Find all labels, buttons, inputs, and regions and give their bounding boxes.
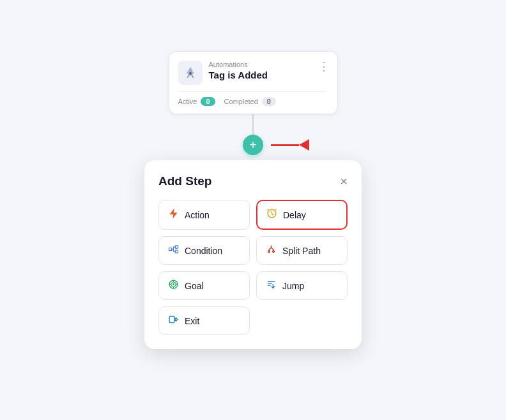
- add-step-dialog: Add Step × Action: [144, 160, 362, 349]
- canvas: Automations Tag is Added ⋮ Active 0 Comp…: [0, 0, 506, 420]
- trigger-card: Automations Tag is Added ⋮ Active 0 Comp…: [169, 51, 338, 114]
- action-icon: [168, 208, 179, 221]
- trigger-icon: [178, 61, 203, 85]
- red-arrow: [271, 139, 309, 151]
- arrow-head: [299, 139, 309, 151]
- svg-rect-2: [169, 248, 171, 250]
- step-grid: Action Delay: [158, 200, 348, 335]
- completed-stat: Completed 0: [224, 97, 276, 106]
- action-label: Action: [185, 210, 210, 220]
- dialog-title: Add Step: [158, 174, 211, 188]
- svg-point-9: [172, 283, 174, 285]
- split-path-icon: [266, 244, 277, 257]
- dialog-header: Add Step ×: [158, 174, 348, 188]
- svg-rect-10: [169, 317, 174, 323]
- trigger-title: Tag is Added: [209, 70, 326, 80]
- jump-icon: [266, 279, 277, 292]
- connector-line: [252, 114, 254, 135]
- step-action-button[interactable]: Action: [158, 200, 250, 230]
- step-exit-button[interactable]: Exit: [158, 306, 250, 335]
- svg-rect-3: [175, 246, 178, 248]
- svg-point-5: [268, 251, 270, 253]
- trigger-footer: Active 0 Completed 0: [178, 91, 326, 106]
- condition-icon: [168, 244, 179, 257]
- trigger-menu-icon[interactable]: ⋮: [318, 59, 330, 73]
- delay-icon: [266, 208, 277, 221]
- delay-label: Delay: [283, 210, 306, 220]
- step-jump-button[interactable]: Jump: [256, 271, 348, 300]
- active-count: 0: [201, 97, 215, 106]
- svg-rect-4: [175, 250, 178, 253]
- exit-label: Exit: [185, 316, 199, 326]
- condition-label: Condition: [185, 246, 222, 256]
- step-delay-button[interactable]: Delay: [256, 200, 348, 230]
- step-goal-button[interactable]: Goal: [158, 271, 250, 300]
- goal-icon: [168, 279, 179, 292]
- trigger-text: Automations Tag is Added: [209, 61, 326, 80]
- close-button[interactable]: ×: [340, 175, 348, 188]
- svg-point-6: [273, 251, 275, 253]
- plus-icon: +: [249, 139, 257, 151]
- exit-icon: [168, 314, 179, 327]
- svg-point-0: [189, 72, 192, 75]
- active-label: Active: [178, 98, 197, 105]
- completed-count: 0: [262, 97, 276, 106]
- step-split-path-button[interactable]: Split Path: [256, 236, 348, 265]
- arrow-line: [271, 144, 299, 146]
- trigger-header: Automations Tag is Added ⋮: [178, 61, 326, 85]
- add-step-button[interactable]: +: [243, 135, 263, 155]
- active-stat: Active 0: [178, 97, 215, 106]
- step-condition-button[interactable]: Condition: [158, 236, 250, 265]
- plus-button-wrap: +: [243, 135, 263, 155]
- completed-label: Completed: [224, 98, 258, 105]
- split-path-label: Split Path: [282, 246, 321, 256]
- goal-label: Goal: [185, 281, 204, 291]
- jump-label: Jump: [282, 281, 304, 291]
- trigger-label: Automations: [209, 61, 326, 68]
